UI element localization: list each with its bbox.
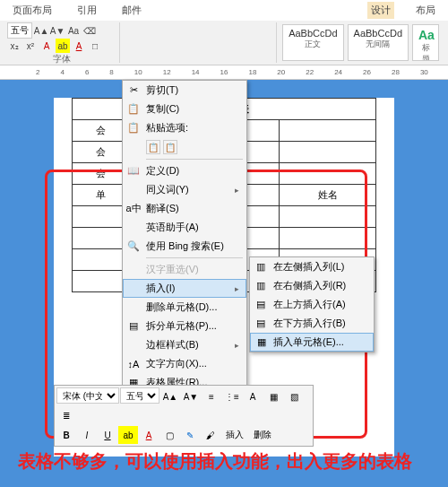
translate-icon: a中 [126,202,141,216]
split-icon: ▤ [126,319,141,334]
paste-opt-2[interactable]: 📋 [163,140,177,154]
mini-insert-button[interactable]: 插入 [221,426,248,444]
font-color-icon[interactable]: A [139,426,159,444]
chevron-right-icon: ▸ [235,186,239,195]
change-case-icon[interactable]: Aa [66,23,81,38]
bold-icon[interactable]: B [56,426,76,444]
numbering-icon[interactable]: ⋮≡ [222,387,242,405]
grow-font-icon[interactable]: A▲ [34,23,48,38]
paste-icon: 📋 [126,121,141,135]
highlight-icon[interactable]: ab [56,39,70,53]
font-size-select[interactable]: 五号 [7,22,32,39]
tab-mail[interactable]: 邮件 [118,2,145,19]
ins-col-left-icon: ▥ [254,260,268,274]
menu-translate[interactable]: a中翻译(S) [123,199,246,218]
ins-row-above-icon: ▤ [254,298,268,312]
ribbon-tabs: 页面布局 引用 邮件 设计 布局 [0,0,448,21]
grow-font-icon[interactable]: A▲ [160,387,180,405]
mini-size-select[interactable]: 五号 [120,387,159,404]
menu-insert[interactable]: 插入(I)▸ [123,279,246,298]
menu-cut[interactable]: ✂剪切(T) [123,81,246,100]
scissors-icon: ✂ [126,83,141,98]
paste-option-row: 📋 📋 [123,137,246,157]
table-icon[interactable]: ▦ [263,387,283,405]
tab-design[interactable]: 设计 [367,2,394,19]
shrink-font-icon[interactable]: A▼ [50,23,65,38]
copy-icon: 📋 [126,102,141,117]
tab-ref[interactable]: 引用 [73,2,100,19]
ins-cell-icon: ▦ [254,335,269,350]
submenu-ins-cell[interactable]: ▦插入单元格(E)... [250,333,374,352]
menu-delete-cell[interactable]: 删除单元格(D)... [123,298,246,317]
menu-define[interactable]: 📖定义(D) [123,161,246,180]
highlight-icon[interactable]: ab [118,426,138,444]
mini-toolbar: 宋体 (中文 五号 A▲ A▼ ≡ ⋮≡ A ▦ ▧ ≣ B I U ab A … [54,385,314,447]
italic-icon[interactable]: I [77,426,97,444]
menu-paste-options: 📋粘贴选项: [123,118,246,137]
book-icon: 📖 [126,164,141,178]
pen-icon[interactable]: ✎ [180,426,200,444]
insert-submenu: ▥在左侧插入列(L) ▥在右侧插入列(R) ▤在上方插入行(A) ▤在下方插入行… [249,257,375,352]
sub-icon[interactable]: x₂ [7,39,22,53]
submenu-ins-below[interactable]: ▤在下方插入行(B) [250,314,374,333]
chevron-right-icon: ▸ [235,284,239,293]
document-area: 会议签到表 会 会 会 单单位姓名 ✂剪切(T) 📋复制(C) 📋粘贴选项: 📋… [0,80,448,487]
clear-fmt-icon[interactable]: ⌫ [82,23,97,38]
ribbon: 五号 A▲ A▼ Aa ⌫ x₂ x² A ab A □ 字体 AaBbCcDd… [0,21,448,65]
merge-icon[interactable]: ▧ [284,387,304,405]
border-icon[interactable]: ▢ [159,426,179,444]
menu-split-cell[interactable]: ▤拆分单元格(P)... [123,317,246,335]
menu-border-style[interactable]: 边框样式(B)▸ [123,335,246,354]
style-normal[interactable]: AaBbCcDd 正文 [282,24,343,61]
submenu-ins-right[interactable]: ▥在右侧插入列(R) [250,276,374,295]
menu-text-dir[interactable]: ↕A文字方向(X)... [123,354,246,373]
annotation-text: 表格不够多，可以使用插入功能，出入更多的表格 [18,448,412,474]
styles-icon[interactable]: A [243,387,263,405]
ruler: 2468101214161820222426283032343638 [0,65,448,80]
shrink-font-icon[interactable]: A▼ [181,387,201,405]
menu-en-help[interactable]: 英语助手(A) [123,218,246,237]
menu-bing[interactable]: 🔍使用 Bing 搜索(E) [123,237,246,256]
paste-opt-1[interactable]: 📋 [146,140,160,154]
tab-layout[interactable]: 页面布局 [9,2,56,19]
submenu-ins-above[interactable]: ▤在上方插入行(A) [250,295,374,314]
font-group-label: 字体 [7,53,116,65]
style-heading[interactable]: Aa 标题 [412,24,439,61]
chevron-right-icon: ▸ [235,341,239,350]
context-menu: ✂剪切(T) 📋复制(C) 📋粘贴选项: 📋 📋 📖定义(D) 同义词(Y)▸ … [122,80,247,435]
bullets-icon[interactable]: ≡ [202,387,221,405]
underline-icon[interactable]: U [98,426,117,444]
tab-tbl-layout[interactable]: 布局 [412,2,439,19]
char-border-icon[interactable]: □ [88,39,102,53]
mini-delete-button[interactable]: 删除 [249,426,276,444]
ins-row-below-icon: ▤ [254,317,268,331]
sup-icon[interactable]: x² [23,39,38,53]
menu-synonym[interactable]: 同义词(Y)▸ [123,180,246,199]
menu-hanzi: 汉字重选(V) [123,260,246,279]
style-nospace[interactable]: AaBbCcDd 无间隔 [348,24,409,61]
mini-font-select[interactable]: 宋体 (中文 [56,387,119,404]
font-color-icon[interactable]: A [72,39,86,53]
ins-col-right-icon: ▥ [254,279,268,293]
text-effects-icon[interactable]: A [39,39,54,53]
align-icon[interactable]: ≣ [56,406,76,424]
text-dir-icon: ↕A [126,357,141,371]
search-icon: 🔍 [126,239,141,254]
menu-copy[interactable]: 📋复制(C) [123,100,246,118]
submenu-ins-left[interactable]: ▥在左侧插入列(L) [250,257,374,276]
format-painter-icon[interactable]: 🖌 [201,426,220,444]
